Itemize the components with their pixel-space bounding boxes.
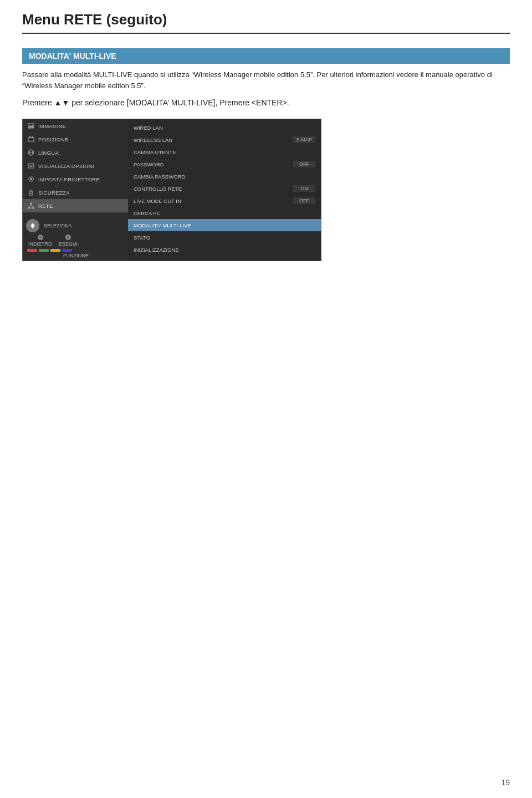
immagine-icon xyxy=(27,122,35,130)
cerca-pc-label: CERCA PC xyxy=(134,210,315,216)
stato-label: STATO xyxy=(134,235,315,241)
svg-rect-4 xyxy=(32,136,33,138)
menu-modalita-multi-live[interactable]: MODALITA' MULTI-LIVE xyxy=(128,219,321,231)
controllo-rete-label: CONTROLLO RETE xyxy=(134,186,293,192)
sidebar-item-label-immagine: IMMAGINE xyxy=(38,123,66,129)
sidebar-item-label-posizione: POSIZIONE xyxy=(38,136,68,143)
funzione-bars xyxy=(26,249,125,252)
svg-marker-10 xyxy=(29,166,33,167)
nav-indietro-label: INDIETRO xyxy=(28,241,52,247)
visualizza-icon xyxy=(27,162,35,170)
section-header: MODALITA' MULTI-LIVE xyxy=(22,48,510,64)
menu-live-mode-cut-in[interactable]: LIVE MODE CUT IN OFF xyxy=(128,195,321,207)
imposta-icon xyxy=(27,175,35,183)
live-mode-cut-in-label: LIVE MODE CUT IN xyxy=(134,198,293,204)
svg-point-16 xyxy=(33,207,34,209)
osd-right-panel: WIRED LAN WIRELESS LAN S-MAP CAMBIA UTEN… xyxy=(128,119,321,261)
cambia-password-label: CAMBIA PASSWORD xyxy=(134,174,315,180)
svg-line-18 xyxy=(31,205,33,207)
sidebar-item-lingua[interactable]: LINGUA xyxy=(23,146,128,159)
password-value: OFF xyxy=(293,161,315,167)
svg-marker-20 xyxy=(30,223,35,226)
page-title: Menu RETE (seguito) xyxy=(22,11,510,34)
indietro-icon xyxy=(38,235,43,240)
inizializzazione-label: INIZIALIZZAZIONE xyxy=(134,247,315,253)
svg-rect-8 xyxy=(28,164,34,168)
osd-menu: IMMAGINE POSIZIONE LINGUA VISUALIZZA OPZ… xyxy=(22,119,321,261)
menu-cambia-utente[interactable]: CAMBIA UTENTE xyxy=(128,146,321,158)
menu-controllo-rete[interactable]: CONTROLLO RETE ON xyxy=(128,182,321,195)
menu-wired-lan[interactable]: WIRED LAN xyxy=(128,121,321,134)
svg-point-13 xyxy=(30,193,32,194)
svg-rect-2 xyxy=(28,138,34,141)
svg-point-15 xyxy=(28,207,30,209)
instruction-text: Premere ▲▼ per selezionare [MODALITA’ MU… xyxy=(22,96,510,109)
esegui-icon xyxy=(65,235,71,240)
wireless-lan-label: WIRELESS LAN xyxy=(134,137,293,143)
wireless-lan-value: S-MAP xyxy=(293,136,315,143)
svg-point-14 xyxy=(30,203,32,205)
sidebar-item-visualizza[interactable]: VISUALIZZA OPZIONI xyxy=(23,159,128,172)
menu-cambia-password[interactable]: CAMBIA PASSWORD xyxy=(128,170,321,182)
wired-lan-label: WIRED LAN xyxy=(134,125,315,131)
svg-marker-1 xyxy=(28,125,34,128)
sidebar-item-label-sicurezza: SICUREZZA xyxy=(38,190,70,196)
sidebar-item-label-imposta: IMPOSTA PROIETTORE xyxy=(38,176,100,182)
cambia-utente-label: CAMBIA UTENTE xyxy=(134,149,315,155)
svg-rect-3 xyxy=(29,136,30,138)
controllo-rete-value: ON xyxy=(293,185,315,192)
osd-nav-area: SELEZIONA INDIETRO ESEGUI xyxy=(23,217,128,261)
nav-seleziona-row: SELEZIONA xyxy=(26,219,125,232)
svg-line-17 xyxy=(29,205,31,207)
funzione-label: FUNZIONE xyxy=(26,253,125,258)
sidebar-item-sicurezza[interactable]: SICUREZZA xyxy=(23,186,128,199)
sidebar-item-label-lingua: LINGUA xyxy=(38,150,59,156)
lingua-icon xyxy=(27,149,35,156)
menu-stato[interactable]: STATO xyxy=(128,231,321,243)
section-paragraph: Passare alla modalità MULTI-LIVE quando … xyxy=(22,69,510,91)
sidebar-item-label-visualizza: VISUALIZZA OPZIONI xyxy=(38,163,94,169)
sidebar-item-posizione[interactable]: POSIZIONE xyxy=(23,133,128,146)
menu-password[interactable]: PASSWORD OFF xyxy=(128,158,321,170)
menu-cerca-pc[interactable]: CERCA PC xyxy=(128,207,321,219)
sidebar-item-immagine[interactable]: IMMAGINE xyxy=(23,119,128,133)
nav-esegui-row: INDIETRO ESEGUI xyxy=(26,235,125,247)
svg-point-11 xyxy=(30,178,32,180)
modalita-multi-live-label: MODALITA' MULTI-LIVE xyxy=(134,222,315,228)
sidebar-item-imposta[interactable]: IMPOSTA PROIETTORE xyxy=(23,172,128,186)
password-label: PASSWORD xyxy=(134,161,293,167)
menu-inizializzazione[interactable]: INIZIALIZZAZIONE xyxy=(128,243,321,256)
menu-wireless-lan[interactable]: WIRELESS LAN S-MAP xyxy=(128,134,321,146)
svg-marker-21 xyxy=(30,226,35,228)
seleziona-icon xyxy=(26,219,39,232)
osd-sidebar: IMMAGINE POSIZIONE LINGUA VISUALIZZA OPZ… xyxy=(23,119,128,261)
sidebar-item-rete[interactable]: RETE xyxy=(23,199,128,212)
sidebar-item-label-rete: RETE xyxy=(38,203,53,209)
posizione-icon xyxy=(27,135,35,143)
page-number: 19 xyxy=(501,778,510,787)
live-mode-cut-in-value: OFF xyxy=(293,197,315,204)
nav-esegui-label: ESEGUI xyxy=(59,241,78,247)
rete-icon xyxy=(27,202,35,210)
sicurezza-icon xyxy=(27,189,35,196)
nav-seleziona-label: SELEZIONA xyxy=(44,223,72,228)
